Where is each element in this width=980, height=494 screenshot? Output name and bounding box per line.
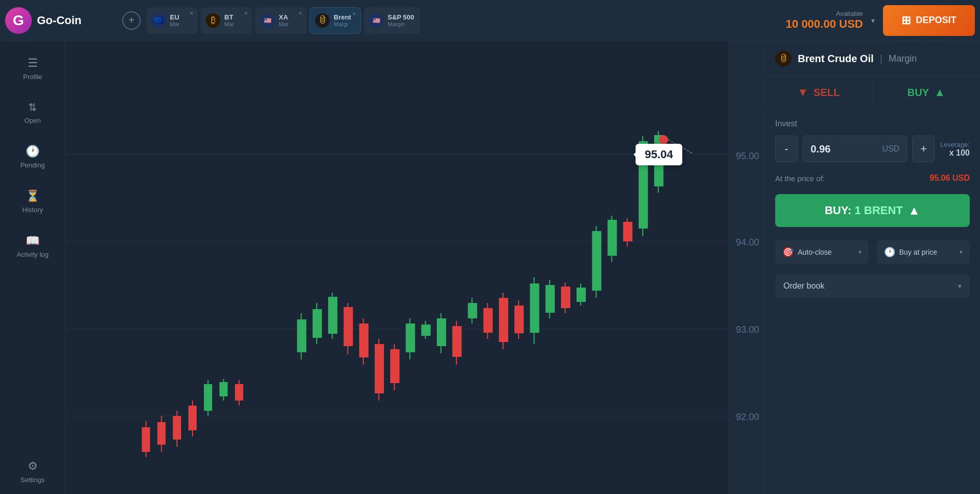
activity-icon: 📖 (26, 234, 40, 248)
svg-rect-51 (375, 344, 384, 393)
svg-rect-67 (499, 298, 508, 342)
add-tab-button[interactable]: + (122, 11, 141, 30)
tab-brent-close[interactable]: × (350, 10, 358, 18)
svg-rect-47 (343, 307, 353, 346)
available-section: Available 10 000.00 USD (786, 10, 863, 31)
order-book-label: Order book (783, 281, 824, 291)
tab-eu-close[interactable]: × (187, 9, 196, 17)
sell-arrow-icon: ▼ (797, 86, 809, 99)
tab-eu[interactable]: 🇪🇺 EU Mar × (146, 7, 198, 34)
svg-rect-77 (577, 288, 586, 302)
svg-text:94.00: 94.00 (736, 237, 759, 248)
tab-sp500-icon: 🇺🇸 (369, 13, 383, 28)
invest-label: Invest (775, 119, 970, 128)
tab-xau-icon: 🇺🇸 (260, 13, 275, 28)
invest-plus-button[interactable]: + (912, 136, 935, 162)
buy-brent-button[interactable]: BUY: 1 BRENT ▲ (775, 194, 970, 227)
tab-xau-name: XA (279, 13, 289, 21)
svg-point-88 (659, 135, 668, 144)
buy-tab[interactable]: BUY ▲ (873, 77, 980, 108)
auto-close-dropdown-icon: ▾ (858, 249, 861, 256)
svg-text:92.00: 92.00 (736, 412, 759, 422)
buy-at-price-icon: 🕐 (884, 246, 895, 258)
open-icon: ⇅ (28, 101, 37, 113)
buy-at-price-label: Buy at price (899, 248, 956, 256)
svg-rect-57 (421, 325, 431, 336)
tab-xau[interactable]: 🇺🇸 XA Mar × (255, 7, 306, 34)
sidebar-label-settings: Settings (21, 476, 45, 484)
tab-eu-sub: Mar (170, 21, 180, 27)
sidebar-item-open[interactable]: ⇅ Open (0, 92, 65, 134)
deposit-label: DEPOSIT (916, 15, 956, 26)
svg-rect-37 (219, 382, 227, 396)
tab-brent-name: Brent (334, 13, 351, 21)
buy-quantity: 1 BRENT (855, 204, 903, 217)
logo-area: G Go-Coin (5, 7, 118, 34)
available-dropdown-icon[interactable]: ▾ (871, 16, 875, 25)
invest-minus-button[interactable]: - (775, 136, 798, 162)
sidebar-item-pending[interactable]: 🕐 Pending (0, 136, 65, 178)
tab-sp500[interactable]: 🇺🇸 S&P 500 Margin (364, 7, 420, 34)
tab-brent-sub: Margi (334, 21, 351, 27)
tab-btc-name: BT (224, 13, 234, 21)
invest-controls: - 0.96 USD + Leverage: x 100 (775, 136, 970, 162)
svg-rect-81 (608, 220, 617, 256)
tab-xau-close[interactable]: × (296, 9, 304, 17)
invest-currency: USD (882, 144, 899, 154)
tab-btc-sub: Mar (224, 21, 234, 27)
sidebar-item-profile[interactable]: ☰ Profile (0, 47, 65, 90)
deposit-button[interactable]: ⊞ DEPOSIT (883, 5, 975, 36)
auto-close-option[interactable]: 🎯 Auto-close ▾ (775, 240, 869, 264)
available-label: Available (786, 10, 863, 17)
order-book-header[interactable]: Order book ▾ (775, 274, 970, 298)
invest-value: 0.96 (811, 143, 882, 155)
svg-rect-79 (592, 231, 601, 291)
buy-button-prefix: BUY: 1 BRENT (824, 204, 902, 217)
sell-tab[interactable]: ▼ SELL (765, 77, 873, 108)
invest-section: Invest - 0.96 USD + Leverage: x 100 (765, 109, 980, 167)
svg-rect-35 (204, 384, 212, 411)
tab-btc[interactable]: ₿ BT Mar × (201, 7, 252, 34)
sidebar-item-activity[interactable]: 📖 Activity log (0, 225, 65, 268)
svg-rect-27 (142, 427, 150, 452)
svg-rect-31 (173, 416, 181, 440)
buy-arrow-icon: ▲ (934, 86, 946, 99)
sidebar-label-open: Open (25, 117, 41, 124)
invest-input-area[interactable]: 0.96 USD (803, 136, 907, 162)
settings-icon: ⚙ (28, 460, 38, 473)
svg-rect-65 (484, 308, 493, 333)
svg-rect-39 (235, 384, 243, 401)
tab-btc-icon: ₿ (206, 13, 220, 28)
tab-eu-icon: 🇪🇺 (151, 13, 166, 28)
svg-rect-33 (188, 406, 197, 430)
buy-at-price-dropdown-icon: ▾ (959, 249, 963, 256)
asset-divider: | (880, 53, 882, 65)
sidebar-item-history[interactable]: ⏳ History (0, 180, 65, 223)
asset-type: Margin (889, 53, 917, 64)
svg-rect-55 (406, 324, 415, 352)
sidebar-item-settings[interactable]: ⚙ Settings (0, 450, 65, 493)
svg-rect-63 (468, 303, 477, 318)
sidebar: ☰ Profile ⇅ Open 🕐 Pending ⏳ History 📖 A… (0, 41, 66, 494)
svg-rect-0 (66, 41, 764, 494)
buy-sell-tabs: ▼ SELL BUY ▲ (765, 77, 980, 109)
svg-rect-83 (623, 222, 632, 241)
svg-rect-45 (328, 297, 337, 334)
tab-sp500-sub: Margin (388, 21, 414, 27)
available-amount: 10 000.00 USD (786, 17, 863, 31)
options-section: 🎯 Auto-close ▾ 🕐 Buy at price ▾ (765, 235, 980, 269)
history-icon: ⏳ (26, 189, 40, 203)
asset-name: Brent Crude Oil (798, 53, 874, 65)
sidebar-label-history: History (22, 206, 43, 214)
order-book-section: Order book ▾ (765, 269, 980, 303)
tab-brent[interactable]: 🛢 Brent Margi × (310, 7, 361, 34)
leverage-value: x 100 (949, 148, 970, 158)
svg-rect-73 (546, 285, 555, 313)
svg-rect-5 (728, 41, 764, 494)
buy-at-price-option[interactable]: 🕐 Buy at price ▾ (877, 240, 970, 264)
sell-label: SELL (814, 87, 840, 99)
leverage-area: Leverage: x 100 (940, 141, 970, 158)
tab-btc-close[interactable]: × (242, 9, 250, 17)
svg-rect-69 (514, 306, 524, 333)
tab-sp500-name: S&P 500 (388, 13, 414, 21)
